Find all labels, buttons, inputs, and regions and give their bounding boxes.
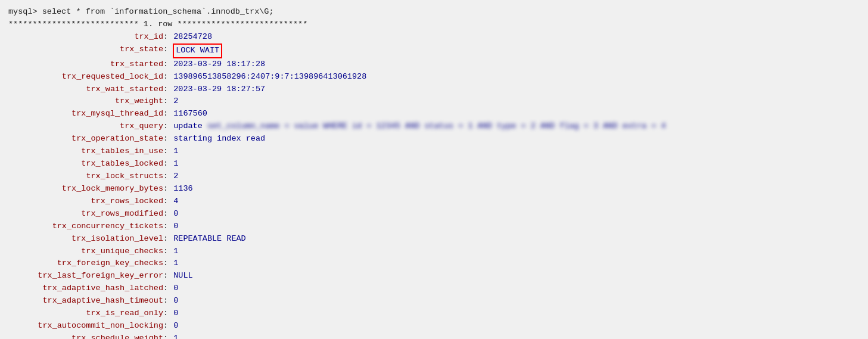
- row-colon: :: [163, 220, 173, 233]
- table-row: trx_adaptive_hash_latched: 0: [8, 282, 860, 295]
- row-value-blurred: set_column_name = value WHERE id = 12345…: [207, 120, 666, 133]
- row-colon: :: [163, 195, 173, 208]
- row-value-prefix: update: [173, 120, 207, 133]
- row-colon: :: [163, 257, 173, 270]
- table-row: trx_is_read_only: 0: [8, 307, 860, 320]
- row-colon: :: [163, 120, 173, 133]
- table-row: trx_operation_state: starting index read: [8, 133, 860, 145]
- row-label: trx_foreign_key_checks: [8, 257, 163, 270]
- row-value: 0: [173, 208, 178, 220]
- row-colon: :: [163, 145, 173, 158]
- table-row: trx_last_foreign_key_error: NULL: [8, 270, 860, 282]
- row-colon: :: [163, 208, 173, 220]
- row-label: trx_mysql_thread_id: [8, 108, 163, 120]
- row-value: 1: [173, 245, 178, 258]
- rows-container: trx_id: 28254728trx_state: LOCK WAITtrx_…: [8, 31, 860, 339]
- row-colon: :: [163, 282, 173, 295]
- row-label: trx_wait_started: [8, 83, 163, 96]
- row-value: 2: [173, 170, 178, 183]
- row-label: trx_state: [8, 43, 163, 58]
- row-value: NULL: [173, 270, 192, 282]
- row-colon: :: [163, 71, 173, 83]
- row-label: trx_lock_memory_bytes: [8, 183, 163, 195]
- table-row: trx_requested_lock_id: 139896513858296:2…: [8, 71, 860, 83]
- row-value: 0: [173, 307, 178, 320]
- table-row: trx_adaptive_hash_timeout: 0: [8, 295, 860, 307]
- row-colon: :: [163, 108, 173, 120]
- row-value: 1: [173, 145, 178, 158]
- row-label: trx_rows_modified: [8, 208, 163, 220]
- table-row: trx_rows_modified: 0: [8, 208, 860, 220]
- row-value: 2023-03-29 18:17:28: [173, 58, 265, 71]
- table-row: trx_lock_structs: 2: [8, 170, 860, 183]
- row-label: trx_last_foreign_key_error: [8, 270, 163, 282]
- row-label: trx_started: [8, 58, 163, 71]
- row-value: 1: [173, 158, 178, 170]
- row-label: trx_lock_structs: [8, 170, 163, 183]
- row-label: trx_weight: [8, 95, 163, 108]
- row-value: 1167560: [173, 108, 207, 120]
- table-row: trx_query: update set_column_name = valu…: [8, 120, 860, 133]
- row-colon: :: [163, 233, 173, 245]
- row-value: REPEATABLE READ: [173, 233, 246, 245]
- row-value: 139896513858296:2407:9:7:139896413061928: [173, 71, 366, 83]
- table-row: trx_id: 28254728: [8, 31, 860, 43]
- row-colon: :: [163, 58, 173, 71]
- row-value: starting index read: [173, 133, 265, 145]
- row-colon: :: [163, 170, 173, 183]
- prompt-text: mysql> select * from `information_schema…: [8, 6, 274, 18]
- prompt-line: mysql> select * from `information_schema…: [8, 6, 860, 18]
- row-label: trx_isolation_level: [8, 233, 163, 245]
- table-row: trx_concurrency_tickets: 0: [8, 220, 860, 233]
- row-label: trx_autocommit_non_locking: [8, 320, 163, 332]
- separator-text: *************************** 1. row *****…: [8, 18, 307, 31]
- row-label: trx_tables_in_use: [8, 145, 163, 158]
- row-value: 28254728: [173, 31, 212, 43]
- table-row: trx_schedule_weight: 1: [8, 332, 860, 339]
- row-label: trx_tables_locked: [8, 158, 163, 170]
- lock-wait-badge: LOCK WAIT: [173, 43, 222, 58]
- row-colon: :: [163, 133, 173, 145]
- row-colon: :: [163, 245, 173, 258]
- row-value: 1: [173, 257, 178, 270]
- row-label: trx_schedule_weight: [8, 332, 163, 339]
- table-row: trx_autocommit_non_locking: 0: [8, 320, 860, 332]
- table-row: trx_weight: 2: [8, 95, 860, 108]
- table-row: trx_tables_locked: 1: [8, 158, 860, 170]
- table-row: trx_tables_in_use: 1: [8, 145, 860, 158]
- row-colon: :: [163, 320, 173, 332]
- table-row: trx_state: LOCK WAIT: [8, 43, 860, 58]
- row-label: trx_query: [8, 120, 163, 133]
- row-value: 0: [173, 320, 178, 332]
- row-value: 0: [173, 282, 178, 295]
- row-colon: :: [163, 43, 173, 58]
- row-label: trx_requested_lock_id: [8, 71, 163, 83]
- table-row: trx_rows_locked: 4: [8, 195, 860, 208]
- row-value: 0: [173, 220, 178, 233]
- row-value: 1: [173, 332, 178, 339]
- terminal-output: mysql> select * from `information_schema…: [8, 6, 860, 339]
- row-colon: :: [163, 95, 173, 108]
- row-colon: :: [163, 307, 173, 320]
- row-value: 2023-03-29 18:27:57: [173, 83, 265, 96]
- row-colon: :: [163, 270, 173, 282]
- table-row: trx_foreign_key_checks: 1: [8, 257, 860, 270]
- table-row: trx_started: 2023-03-29 18:17:28: [8, 58, 860, 71]
- row-label: trx_is_read_only: [8, 307, 163, 320]
- row-colon: :: [163, 31, 173, 43]
- row-colon: :: [163, 83, 173, 96]
- row-label: trx_rows_locked: [8, 195, 163, 208]
- row-value: 1136: [173, 183, 192, 195]
- table-row: trx_lock_memory_bytes: 1136: [8, 183, 860, 195]
- row-value: 2: [173, 95, 178, 108]
- row-value: 0: [173, 295, 178, 307]
- row-label: trx_id: [8, 31, 163, 43]
- row-colon: :: [163, 332, 173, 339]
- row-label: trx_concurrency_tickets: [8, 220, 163, 233]
- row-colon: :: [163, 158, 173, 170]
- row-label: trx_adaptive_hash_timeout: [8, 295, 163, 307]
- table-row: trx_mysql_thread_id: 1167560: [8, 108, 860, 120]
- row-value: 4: [173, 195, 178, 208]
- separator-line: *************************** 1. row *****…: [8, 18, 860, 31]
- row-label: trx_unique_checks: [8, 245, 163, 258]
